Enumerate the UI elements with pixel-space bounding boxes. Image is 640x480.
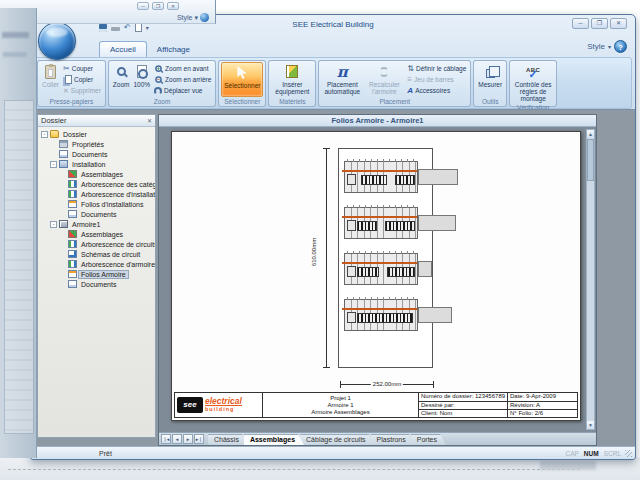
date-field: Date: 9-Apr-2009 <box>507 393 577 401</box>
recalculate-cabinet-button[interactable]: Recalculer l'armoire <box>363 62 405 97</box>
chevron-down-icon: ▾ <box>194 14 198 22</box>
tree-item-arborescence-de-circuits[interactable]: Arborescence de circuits <box>38 239 155 249</box>
sheet-tab-portes[interactable]: Portes <box>411 434 446 445</box>
tree-item-folios-armoire[interactable]: Folios Armoire <box>38 269 155 279</box>
assemblies-icon <box>68 230 77 238</box>
installation-icon <box>59 160 68 168</box>
busbar-button[interactable]: ≡ Jeu de barres <box>405 74 468 85</box>
dossier-panel: Dossier ✕ -DossierPropriétésDocuments-In… <box>37 114 156 438</box>
tree-item-installation[interactable]: -Installation <box>38 159 155 169</box>
measure-button[interactable]: Mesurer <box>476 62 504 97</box>
assemblies-icon <box>68 170 77 178</box>
group-label: Placement <box>319 98 470 106</box>
workspace: Dossier ✕ -DossierPropriétésDocuments-In… <box>31 109 635 446</box>
tree-item-arborescence-d-armoires[interactable]: Arborescence d'armoires <box>38 259 155 269</box>
caps-lock-indicator: CAP <box>565 450 578 457</box>
select-button[interactable]: Sélectionner <box>221 62 263 97</box>
application-menu-button[interactable] <box>38 22 76 60</box>
cabinet-icon <box>59 220 68 228</box>
tree-item-dossier[interactable]: -Dossier <box>38 129 155 139</box>
help-icon[interactable]: ? <box>614 40 627 53</box>
zoom-in-icon <box>155 65 162 72</box>
zoom-100-button[interactable]: 100% <box>131 62 152 97</box>
restore-icon[interactable]: ❐ <box>591 18 608 29</box>
tree-item-assemblages[interactable]: Assemblages <box>38 169 155 179</box>
group-materials: Insérer équipement Matériels <box>268 60 316 107</box>
drawing-page[interactable]: 610.00mm 252.00mm see electrical buildin… <box>171 131 581 421</box>
group-label: Presse-papiers <box>38 98 105 106</box>
tree-icon <box>68 260 77 268</box>
sheet-tab-assemblages[interactable]: Assemblages <box>244 434 304 445</box>
copy-button[interactable]: Copier <box>61 74 103 85</box>
scroll-lock-indicator: SCRL <box>604 450 621 457</box>
tree-item-documents[interactable]: Documents <box>38 149 155 159</box>
pan-view-button[interactable]: Déplacer vue <box>152 85 213 96</box>
delete-button[interactable]: ✕ Supprimer <box>61 85 103 96</box>
din-rail <box>342 216 417 218</box>
first-sheet-icon[interactable]: ❘◂ <box>161 434 171 444</box>
close-icon: ✕ <box>167 2 179 10</box>
tree-expander-icon[interactable]: - <box>50 221 57 228</box>
sheet-nav-buttons: ❘◂ ◂ ▸ ▸❘ <box>161 434 204 444</box>
scroll-up-icon[interactable]: ▲ <box>587 130 594 138</box>
resize-grip[interactable] <box>625 450 632 457</box>
check-mounting-rules-button[interactable]: ABC ✓ Contrôle des règles de montage <box>512 62 554 103</box>
cabinet-name: Armoire 1 <box>263 402 418 409</box>
status-bar: Prêt CAP NUM SCRL <box>31 446 635 459</box>
tree-item-assemblages[interactable]: Assemblages <box>38 229 155 239</box>
scroll-down-icon[interactable]: ▼ <box>587 421 594 429</box>
insert-equipment-button[interactable]: Insérer équipement <box>271 62 313 97</box>
panel-close-icon[interactable]: ✕ <box>147 118 152 124</box>
tab-accueil[interactable]: Accueil <box>99 41 147 57</box>
zoom-in-button[interactable]: Zoom en avant <box>152 63 213 74</box>
tree-item-armoire1[interactable]: -Armoire1 <box>38 219 155 229</box>
sheet-tab-ch-ssis[interactable]: Châssis <box>208 434 248 445</box>
height-dimension-line <box>326 148 327 368</box>
accessories-icon: A <box>407 87 413 95</box>
pan-icon <box>154 87 162 95</box>
see-electrical-logo: see electrical building <box>175 393 263 417</box>
tree-expander-icon[interactable]: - <box>50 161 57 168</box>
document-window: Folios Armoire - Armoire1 610.00mm 252.0… <box>158 114 597 446</box>
sheet-tab-c-blage-de-circuits[interactable]: Câblage de circuits <box>300 434 375 445</box>
paste-button[interactable]: Coller <box>40 62 61 97</box>
ribbon-tab-bar: Accueil Affichage Style ▾ ? <box>31 35 635 57</box>
style-selector[interactable]: Style ▾ ? <box>587 40 627 53</box>
tree-item-documents[interactable]: Documents <box>38 279 155 289</box>
status-text: Prêt <box>99 450 112 457</box>
accessories-button[interactable]: A Accessoires <box>405 85 468 96</box>
scrollbar-thumb[interactable] <box>587 139 594 181</box>
equipment-icon <box>286 65 298 78</box>
help-icon <box>200 13 209 22</box>
cut-button[interactable]: ✂ Couper <box>61 63 103 74</box>
check-icon: ✓ <box>529 71 538 77</box>
vertical-scrollbar[interactable]: ▲ ▼ <box>586 129 595 430</box>
tree-item-folios-d-installations[interactable]: Folios d'installations <box>38 199 155 209</box>
drawing-viewport[interactable]: 610.00mm 252.00mm see electrical buildin… <box>159 127 596 432</box>
window-controls: ─ ❐ ✕ <box>572 18 627 29</box>
tree-expander-icon[interactable]: - <box>41 131 48 138</box>
tab-affichage[interactable]: Affichage <box>147 42 200 57</box>
zoom-out-button[interactable]: Zoom en arrière <box>152 74 213 85</box>
auto-placement-button[interactable]: π Placement automatique <box>321 62 363 97</box>
tree-item-arborescence-d-installations[interactable]: Arborescence d'installations <box>38 189 155 199</box>
sheet-tab-plastrons[interactable]: Plastrons <box>371 434 415 445</box>
group-label: Matériels <box>269 98 315 106</box>
tree-item-sch-mas-de-circuit[interactable]: Schémas de circuit <box>38 249 155 259</box>
restore-icon: ❐ <box>152 2 164 10</box>
last-sheet-icon[interactable]: ▸❘ <box>194 434 204 444</box>
tree-item-documents[interactable]: Documents <box>38 209 155 219</box>
minimize-icon[interactable]: ─ <box>572 18 589 29</box>
tree-item-propri-t-s[interactable]: Propriétés <box>38 139 155 149</box>
zoom-button[interactable]: Zoom <box>111 62 132 97</box>
tree-item-arborescence-des-cat-gories[interactable]: Arborescence des catégories <box>38 179 155 189</box>
background-style-selector: Style ▾ <box>177 13 209 22</box>
zoom-out-icon <box>155 76 162 83</box>
next-sheet-icon[interactable]: ▸ <box>183 434 193 444</box>
folio-icon <box>68 200 77 208</box>
title-block-center: Projet 1 Armoire 1 Armoire Assemblages <box>263 393 419 417</box>
documents-icon <box>59 150 68 158</box>
define-cabling-button[interactable]: ⇅ Définir le câblage <box>405 63 468 74</box>
close-icon[interactable]: ✕ <box>610 18 627 29</box>
prev-sheet-icon[interactable]: ◂ <box>172 434 182 444</box>
